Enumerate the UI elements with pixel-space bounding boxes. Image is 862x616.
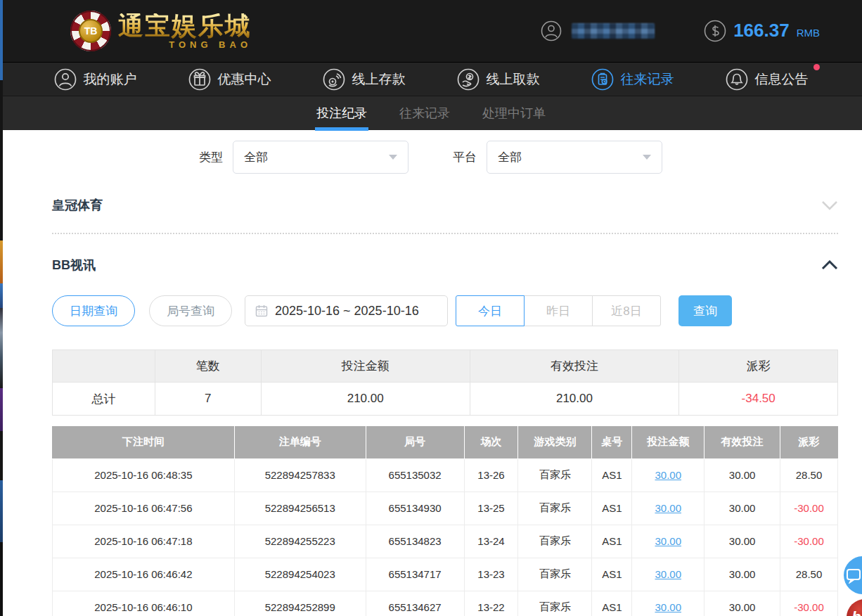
date-range-value: 2025-10-16 ~ 2025-10-16 <box>275 304 419 319</box>
bet-amount-cell: 30.00 <box>632 492 705 525</box>
type-filter-label: 类型 <box>199 149 223 165</box>
user-account[interactable] <box>541 20 655 41</box>
order-no-cell: 522894256513 <box>234 492 366 525</box>
sub-nav: 投注纪录 往来记录 处理中订单 <box>0 96 862 130</box>
payout-cell: -30.00 <box>780 525 838 558</box>
records-header-round-no: 局号 <box>366 426 464 458</box>
order-no-cell: 522894254023 <box>234 558 366 591</box>
game-type-cell: 百家乐 <box>518 558 592 591</box>
bet-time-cell: 2025-10-16 06:46:10 <box>53 591 235 616</box>
summary-header-bet-amount: 投注金额 <box>261 350 470 383</box>
chevron-down-icon[interactable] <box>821 200 838 210</box>
payout-cell: 28.50 <box>780 558 838 591</box>
summary-header-payout: 派彩 <box>679 350 838 383</box>
records-table: 下注时间 注单编号 局号 场次 游戏类别 桌号 投注金额 有效投注 派彩 202… <box>52 426 838 616</box>
chat-bubble-icon <box>845 567 862 584</box>
nav-item-transaction-records[interactable]: 往来记录 <box>591 68 674 91</box>
bet-time-cell: 2025-10-16 06:47:56 <box>53 492 235 525</box>
brand-logo[interactable]: TB 通宝娱乐城 TONG BAO <box>70 11 252 51</box>
summary-header-valid-bet: 有效投注 <box>470 350 679 383</box>
balance[interactable]: 166.37 RMB <box>704 20 820 42</box>
tab-pending-orders[interactable]: 处理中订单 <box>481 96 547 131</box>
tab-bet-records[interactable]: 投注纪录 <box>315 96 368 131</box>
table-row: 2025-10-16 06:48:35 522894257833 6551350… <box>53 458 838 492</box>
table-no-cell: AS1 <box>592 492 632 525</box>
round-no-cell: 655134930 <box>366 492 464 525</box>
bet-amount-link[interactable]: 30.00 <box>655 502 681 514</box>
summary-count: 7 <box>155 383 261 416</box>
nav-item-promotions[interactable]: 优惠中心 <box>188 68 271 91</box>
gift-icon <box>188 68 211 91</box>
order-no-cell: 522894252899 <box>234 591 366 616</box>
session-cell: 13-23 <box>464 558 518 591</box>
balance-amount: 166.37 <box>733 20 790 41</box>
tab-transaction-records[interactable]: 往来记录 <box>398 96 451 131</box>
round-query-button[interactable]: 局号查询 <box>149 295 232 326</box>
game-type-cell: 百家乐 <box>518 458 592 492</box>
table-row: 2025-10-16 06:47:18 522894255223 6551348… <box>53 525 838 558</box>
balance-currency: RMB <box>797 27 820 39</box>
username-redacted <box>572 23 655 39</box>
bet-amount-link[interactable]: 30.00 <box>655 568 681 580</box>
bet-amount-link[interactable]: 30.00 <box>655 601 681 613</box>
records-clipboard-icon <box>591 68 614 91</box>
nav-item-announcements[interactable]: 信息公告 <box>726 68 809 91</box>
session-cell: 13-25 <box>464 492 518 525</box>
section-bb-video[interactable]: BB视讯 <box>52 257 838 274</box>
payout-cell: 28.50 <box>780 458 838 492</box>
summary-payout: -34.50 <box>679 383 838 416</box>
user-icon <box>54 68 77 91</box>
nav-item-withdraw[interactable]: 线上取款 <box>457 68 540 91</box>
game-type-cell: 百家乐 <box>518 525 592 558</box>
bet-time-cell: 2025-10-16 06:47:18 <box>53 525 235 558</box>
payout-cell: -30.00 <box>780 492 838 525</box>
game-type-cell: 百家乐 <box>518 492 592 525</box>
type-select[interactable]: 全部 <box>233 141 409 174</box>
nav-item-my-account[interactable]: 我的账户 <box>54 68 137 91</box>
bet-amount-cell: 30.00 <box>632 458 705 492</box>
table-row: 2025-10-16 06:47:56 522894256513 6551349… <box>53 492 838 525</box>
type-select-value: 全部 <box>244 149 268 165</box>
deposit-coin-icon <box>323 68 345 91</box>
round-no-cell: 655134717 <box>366 558 464 591</box>
bet-amount-link[interactable]: 30.00 <box>655 535 681 547</box>
notification-badge <box>813 64 820 70</box>
records-header-bet-amount: 投注金额 <box>632 426 705 458</box>
main-nav: 我的账户 优惠中心 线上存款 线上取款 往来记录 <box>0 62 862 96</box>
yesterday-button[interactable]: 昨日 <box>524 295 593 326</box>
platform-select[interactable]: 全部 <box>487 141 662 174</box>
round-no-cell: 655134627 <box>366 591 464 616</box>
nav-item-deposit[interactable]: 线上存款 <box>323 68 406 91</box>
withdraw-hand-icon <box>457 68 480 91</box>
table-row: 2025-10-16 06:46:42 522894254023 6551347… <box>53 558 838 591</box>
platform-filter-label: 平台 <box>453 149 477 165</box>
order-no-cell: 522894255223 <box>234 525 366 558</box>
date-range-input[interactable]: 2025-10-16 ~ 2025-10-16 <box>245 295 448 326</box>
platform-select-value: 全部 <box>498 149 522 165</box>
search-button[interactable]: 查询 <box>678 295 732 326</box>
filter-row: 类型 全部 平台 全部 <box>199 130 838 174</box>
summary-total-row: 总计 7 210.00 210.00 -34.50 <box>53 383 838 416</box>
chip-initials: TB <box>79 19 103 43</box>
summary-total-label: 总计 <box>53 383 155 416</box>
brand-name-cn: 通宝娱乐城 <box>118 13 252 39</box>
records-header-table-no: 桌号 <box>592 426 632 458</box>
summary-bet-amount: 210.00 <box>261 383 470 416</box>
section-crown-sports[interactable]: 皇冠体育 <box>52 197 838 234</box>
table-no-cell: AS1 <box>592 458 632 492</box>
chevron-down-icon <box>643 155 651 160</box>
today-button[interactable]: 今日 <box>456 295 525 326</box>
crown-sports-title: 皇冠体育 <box>52 197 103 214</box>
chevron-up-icon[interactable] <box>821 260 838 270</box>
chevron-down-icon <box>389 155 397 160</box>
last-8-days-button[interactable]: 近8日 <box>592 295 661 326</box>
bet-amount-link[interactable]: 30.00 <box>655 469 681 481</box>
round-no-cell: 655135032 <box>366 458 464 492</box>
order-no-cell: 522894257833 <box>234 458 366 492</box>
date-query-button[interactable]: 日期查询 <box>52 295 135 326</box>
bet-time-cell: 2025-10-16 06:48:35 <box>53 458 235 492</box>
table-no-cell: AS1 <box>592 591 632 616</box>
quick-date-group: 今日 昨日 近8日 <box>456 295 661 326</box>
bet-amount-cell: 30.00 <box>632 591 705 616</box>
records-header-payout: 派彩 <box>780 426 838 458</box>
